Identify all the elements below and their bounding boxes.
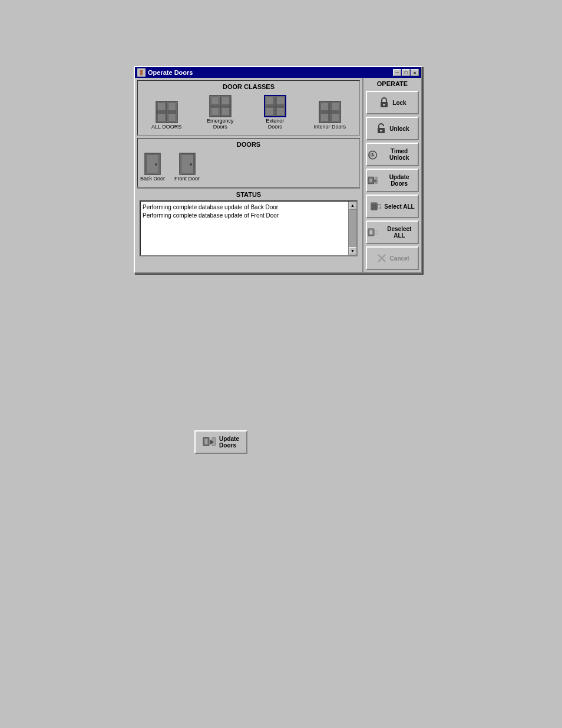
window-icon: 🚪 (137, 68, 146, 77)
door-class-interior-doors[interactable]: Interior Doors (313, 101, 346, 130)
unlock-icon (375, 123, 387, 134)
scroll-up-button[interactable]: ▲ (349, 202, 357, 210)
operate-header: OPERATE (366, 80, 419, 87)
svg-rect-56 (204, 439, 208, 444)
door-classes-row: ALL DOORS Emergency Doo (140, 93, 357, 133)
window-title: Operate Doors (148, 69, 193, 76)
svg-rect-16 (276, 97, 285, 105)
emergency-doors-label: Emergency Doors (204, 118, 236, 130)
content-area: DOOR CLASSES ALL DOORS (135, 78, 421, 272)
status-line-2: Performing complete database update of F… (143, 212, 346, 220)
door-classes-header: DOOR CLASSES (140, 83, 357, 90)
lock-icon (378, 97, 390, 108)
svg-rect-49 (378, 205, 381, 208)
svg-rect-36 (383, 104, 385, 106)
operate-doors-dialog: 🚪 Operate Doors ─ □ × DOOR CLASSES (134, 66, 422, 274)
door-class-exterior-doors[interactable]: Exterior Doors (259, 95, 291, 130)
doors-section: DOORS Back Door (137, 138, 360, 187)
svg-rect-11 (222, 107, 230, 116)
status-text-area: Performing complete database update of B… (141, 202, 348, 255)
exterior-doors-icon (264, 95, 286, 117)
doors-header: DOORS (140, 141, 357, 148)
cancel-icon (376, 252, 388, 264)
svg-rect-2 (168, 103, 176, 111)
lock-button[interactable]: Lock (366, 91, 419, 114)
update-doors-button[interactable]: Update Doors (366, 169, 419, 192)
select-all-icon (370, 200, 382, 212)
svg-rect-1 (157, 103, 166, 111)
status-header: STATUS (140, 191, 358, 198)
timed-unlock-button-label: Timed Unlock (381, 148, 418, 161)
unlock-button-label: Unlock (389, 126, 409, 132)
lock-button-label: Lock (392, 100, 406, 106)
floating-update-doors-button[interactable]: UpdateDoors (194, 430, 247, 454)
svg-rect-10 (211, 107, 219, 116)
svg-rect-31 (155, 163, 157, 166)
deselect-all-button[interactable]: Deselect ALL (366, 220, 419, 244)
scroll-down-button[interactable]: ▼ (349, 247, 357, 255)
svg-rect-25 (320, 113, 329, 121)
close-button[interactable]: × (411, 69, 419, 76)
svg-rect-38 (380, 130, 382, 131)
door-front-door[interactable]: Front Door (174, 153, 200, 182)
cancel-button-label: Cancel (390, 255, 409, 262)
svg-rect-48 (372, 204, 376, 209)
emergency-doors-icon (209, 95, 232, 117)
doors-items-row: Back Door Front Door (140, 150, 357, 185)
title-bar: 🚪 Operate Doors ─ □ × (135, 67, 421, 78)
status-section: STATUS Performing complete database upda… (137, 187, 360, 259)
status-line-1: Performing complete database update of B… (143, 203, 346, 212)
svg-rect-58 (212, 437, 216, 446)
svg-rect-34 (190, 163, 192, 166)
deselect-all-icon (367, 226, 379, 238)
cancel-button[interactable]: Cancel (366, 246, 419, 270)
svg-rect-46 (375, 177, 377, 184)
update-doors-icon (367, 174, 378, 186)
front-door-icon (179, 153, 196, 175)
door-classes-section: DOOR CLASSES ALL DOORS (137, 80, 360, 136)
timed-unlock-icon (367, 149, 378, 160)
door-class-all-doors[interactable]: ALL DOORS (151, 101, 181, 130)
operate-panel: OPERATE Lock Unlock (362, 78, 421, 272)
back-door-label: Back Door (140, 176, 165, 182)
status-box: Performing complete database update of B… (140, 200, 358, 256)
interior-doors-label: Interior Doors (313, 124, 346, 130)
all-doors-label: ALL DOORS (151, 124, 181, 130)
deselect-all-button-label: Deselect ALL (381, 226, 418, 239)
floating-update-doors-icon (203, 436, 217, 448)
all-doors-icon (156, 101, 178, 123)
svg-rect-15 (266, 97, 274, 105)
unlock-button[interactable]: Unlock (366, 117, 419, 140)
minimize-button[interactable]: ─ (393, 69, 401, 76)
svg-rect-18 (276, 107, 285, 116)
interior-doors-icon (319, 101, 341, 123)
exterior-doors-label: Exterior Doors (259, 118, 291, 130)
floating-update-doors-label: UpdateDoors (219, 436, 239, 449)
title-controls: ─ □ × (393, 69, 419, 76)
svg-rect-44 (369, 178, 373, 183)
svg-rect-23 (320, 103, 329, 111)
svg-rect-8 (211, 97, 219, 105)
left-panel: DOOR CLASSES ALL DOORS (135, 78, 362, 272)
svg-rect-42 (369, 153, 373, 157)
select-all-button[interactable]: Select ALL (366, 195, 419, 218)
svg-rect-51 (369, 230, 373, 235)
svg-rect-26 (331, 113, 339, 121)
svg-rect-52 (375, 230, 378, 234)
front-door-label: Front Door (174, 176, 200, 182)
door-back-door[interactable]: Back Door (140, 153, 165, 182)
update-doors-button-label: Update Doors (381, 174, 418, 187)
door-class-emergency-doors[interactable]: Emergency Doors (204, 95, 236, 130)
back-door-icon (144, 153, 161, 175)
title-bar-left: 🚪 Operate Doors (137, 68, 193, 77)
select-all-button-label: Select ALL (384, 203, 414, 210)
scroll-track (349, 210, 357, 247)
maximize-button[interactable]: □ (402, 69, 410, 76)
svg-rect-24 (331, 103, 339, 111)
status-scrollbar[interactable]: ▲ ▼ (348, 202, 356, 255)
svg-rect-17 (266, 107, 274, 116)
svg-rect-9 (222, 97, 230, 105)
svg-rect-4 (168, 113, 176, 121)
svg-rect-3 (157, 113, 166, 121)
timed-unlock-button[interactable]: Timed Unlock (366, 143, 419, 166)
